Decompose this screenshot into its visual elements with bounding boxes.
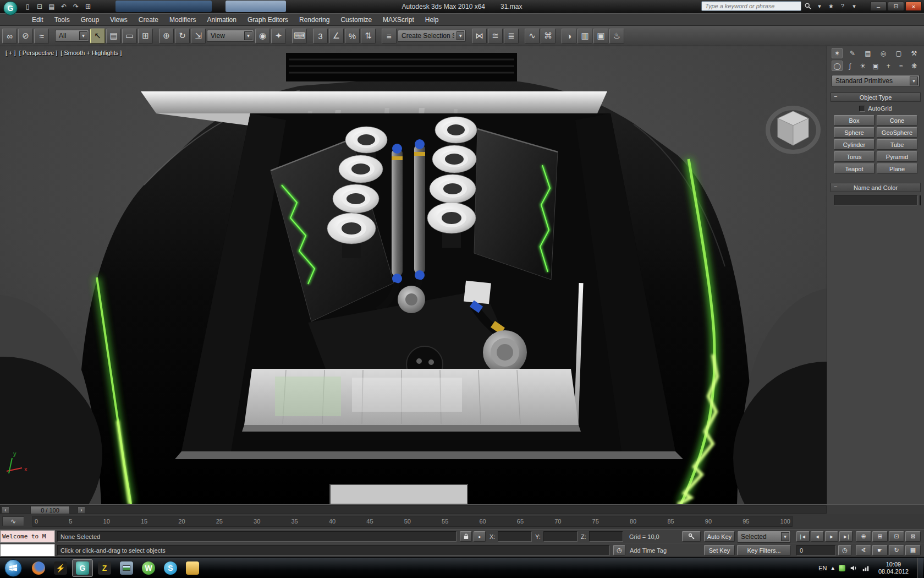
selection-filter-dropdown[interactable]: All▾ xyxy=(55,30,89,42)
tab-create[interactable]: ✶ xyxy=(832,48,843,58)
select-and-scale-button[interactable]: ⇲ xyxy=(191,29,206,43)
search-icon[interactable] xyxy=(803,1,813,11)
category-cameras-icon[interactable]: ▣ xyxy=(870,61,881,71)
category-helpers-icon[interactable]: + xyxy=(883,61,894,71)
favorites-star-icon[interactable]: ★ xyxy=(826,1,836,11)
tab-hierarchy[interactable]: ▤ xyxy=(862,48,873,58)
taskbar-app-archiver[interactable]: Z xyxy=(94,559,115,577)
selection-lock-toggle[interactable] xyxy=(460,531,472,542)
category-geometry-icon[interactable]: ◯ xyxy=(832,61,843,71)
macro-recorder-line[interactable]: Welcome to M xyxy=(0,530,55,543)
select-and-rotate-button[interactable]: ↻ xyxy=(175,29,190,43)
edit-named-selections-button[interactable]: ≡ xyxy=(382,29,397,43)
category-shapes-icon[interactable]: ∫ xyxy=(844,61,855,71)
object-type-plane[interactable]: Plane xyxy=(877,163,917,174)
render-production-button[interactable]: ♨ xyxy=(609,29,624,43)
help-icon[interactable]: ? xyxy=(838,1,848,11)
object-type-tube[interactable]: Tube xyxy=(877,139,917,150)
align-button[interactable]: ≅ xyxy=(488,29,503,43)
menu-create[interactable]: Create xyxy=(133,14,164,25)
key-mode-dropdown[interactable]: Selected▾ xyxy=(737,531,791,543)
taskbar-app-folder[interactable] xyxy=(182,559,203,577)
unlink-selection-button[interactable]: ⊘ xyxy=(18,29,33,43)
previous-frame-arrow[interactable]: ‹ xyxy=(2,506,9,514)
object-type-cone[interactable]: Cone xyxy=(877,115,917,126)
autogrid-checkbox[interactable] xyxy=(859,106,865,112)
select-object-button[interactable]: ↖ xyxy=(90,29,105,43)
key-filters-button[interactable]: Key Filters... xyxy=(737,545,791,555)
tray-expand-arrow[interactable]: ▴ xyxy=(831,564,834,571)
object-type-cylinder[interactable]: Cylinder xyxy=(834,139,875,150)
layer-manager-button[interactable]: ≣ xyxy=(504,29,519,43)
select-and-manipulate-button[interactable]: ✦ xyxy=(271,29,286,43)
mini-curve-editor-button[interactable]: ∿ xyxy=(2,516,24,526)
save-file-button[interactable]: ▤ xyxy=(46,2,57,12)
redo-button[interactable]: ↷ xyxy=(70,2,81,12)
object-type-sphere[interactable]: Sphere xyxy=(834,127,875,138)
help-chevron-icon[interactable]: ▾ xyxy=(849,1,859,11)
absolute-offset-toggle[interactable]: ▪ xyxy=(474,531,486,542)
zoom-all-button[interactable]: ⊞ xyxy=(872,531,888,542)
network-icon[interactable] xyxy=(862,564,870,572)
object-type-box[interactable]: Box xyxy=(834,115,875,126)
taskbar-app-3dsmax[interactable]: G xyxy=(72,559,93,577)
time-tag-icon[interactable]: ◷ xyxy=(613,545,625,555)
select-by-name-button[interactable]: ▤ xyxy=(106,29,121,43)
object-color-swatch[interactable] xyxy=(920,195,921,205)
category-spacewarps-icon[interactable]: ≈ xyxy=(896,61,907,71)
menu-graph-editors[interactable]: Graph Editors xyxy=(242,14,294,25)
app-logo-button[interactable]: G xyxy=(3,1,18,15)
tab-utilities[interactable]: ⚒ xyxy=(909,48,920,58)
taskbar-app-webmoney[interactable]: W xyxy=(138,559,159,577)
new-scene-button[interactable]: ▯ xyxy=(22,2,33,12)
volume-icon[interactable] xyxy=(850,564,857,572)
zoom-extents-button[interactable]: ⊡ xyxy=(889,531,904,542)
category-systems-icon[interactable]: ❋ xyxy=(909,61,920,71)
go-to-end-button[interactable]: ►| xyxy=(839,531,853,542)
restore-button[interactable]: ⊡ xyxy=(888,2,904,11)
select-and-link-button[interactable]: ∞ xyxy=(2,29,17,43)
show-desktop-button[interactable] xyxy=(917,558,923,578)
taskbar-app-browser[interactable] xyxy=(28,559,49,577)
set-key-button[interactable]: Set Key xyxy=(704,545,735,555)
zoom-extents-all-button[interactable]: ⊠ xyxy=(905,531,921,542)
use-pivot-center-button[interactable]: ◉ xyxy=(255,29,270,43)
selection-region-button[interactable]: ▭ xyxy=(122,29,137,43)
menu-views[interactable]: Views xyxy=(105,14,133,25)
time-slider-handle[interactable]: 0 / 100 xyxy=(30,506,70,514)
snap-toggle-3d-button[interactable]: 3 xyxy=(313,29,328,43)
orbit-button[interactable]: ↻ xyxy=(889,545,904,555)
object-name-input[interactable] xyxy=(834,195,917,205)
perspective-viewport[interactable]: x y [ + ] [ Perspective ] [ Smooth + Hig… xyxy=(0,46,827,504)
tab-motion[interactable]: ◎ xyxy=(878,48,889,58)
rendered-frame-window-button[interactable]: ▣ xyxy=(593,29,608,43)
object-type-rollout-header[interactable]: − Object Type xyxy=(831,92,921,102)
set-keys-button[interactable] xyxy=(682,531,701,542)
current-frame-field[interactable] xyxy=(796,545,836,555)
menu-tools[interactable]: Tools xyxy=(49,14,75,25)
viewport-general-menu[interactable]: [ + ] xyxy=(6,50,16,56)
tab-display[interactable]: ▢ xyxy=(893,48,904,58)
curve-editor-button[interactable]: ∿ xyxy=(525,29,540,43)
keyboard-override-toggle[interactable]: ⌨ xyxy=(292,29,307,43)
maxscript-listener-line[interactable] xyxy=(0,544,55,557)
language-indicator[interactable]: EN xyxy=(818,565,827,571)
menu-customize[interactable]: Customize xyxy=(335,14,377,25)
zoom-button[interactable]: ⊕ xyxy=(856,531,871,542)
schematic-view-button[interactable]: ⌘ xyxy=(541,29,556,43)
object-type-torus[interactable]: Torus xyxy=(834,151,875,162)
category-lights-icon[interactable]: ☀ xyxy=(857,61,868,71)
taskbar-app-media[interactable] xyxy=(116,559,137,577)
select-and-move-button[interactable]: ⊕ xyxy=(159,29,174,43)
viewport-shading-menu[interactable]: [ Smooth + Highlights ] xyxy=(61,50,122,56)
viewport-pov-menu[interactable]: [ Perspective ] xyxy=(19,50,58,56)
menu-rendering[interactable]: Rendering xyxy=(294,14,335,25)
x-coordinate-field[interactable] xyxy=(498,531,532,542)
object-type-pyramid[interactable]: Pyramid xyxy=(877,151,917,162)
menu-help[interactable]: Help xyxy=(420,14,444,25)
geometry-category-dropdown[interactable]: Standard Primitives ▾ xyxy=(832,75,920,87)
minimize-button[interactable]: – xyxy=(870,2,887,11)
project-folder-button[interactable]: ⊞ xyxy=(82,2,94,12)
mirror-button[interactable]: ⋈ xyxy=(472,29,487,43)
pan-button[interactable]: ☛ xyxy=(872,545,888,555)
